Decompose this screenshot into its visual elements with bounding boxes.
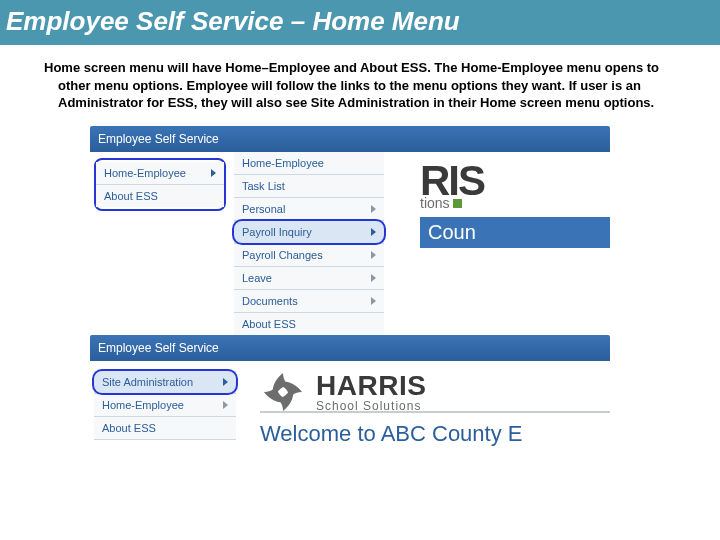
submenu-item-payroll-inquiry[interactable]: Payroll Inquiry <box>234 221 384 244</box>
submenu-item-label: Payroll Inquiry <box>242 226 312 238</box>
menu-item-label: Site Administration <box>102 376 193 388</box>
submenu-item-label: Personal <box>242 203 285 215</box>
expand-icon <box>371 274 376 282</box>
page-title: Employee Self Service – Home Menu <box>0 0 720 45</box>
expand-icon <box>223 401 228 409</box>
brand-square-icon <box>453 199 462 208</box>
menu-item-label: About ESS <box>104 190 158 202</box>
menu-item-site-administration[interactable]: Site Administration <box>94 371 236 394</box>
submenu-item-label: Task List <box>242 180 285 192</box>
home-submenu: Home-Employee Task List Personal Payroll… <box>234 152 384 336</box>
menu-item-about-ess[interactable]: About ESS <box>94 417 236 440</box>
submenu-item-payroll-changes[interactable]: Payroll Changes <box>234 244 384 267</box>
expand-icon <box>371 205 376 213</box>
admin-menu: Site Administration Home-Employee About … <box>90 361 240 450</box>
expand-icon <box>371 297 376 305</box>
brand-name: HARRIS <box>316 370 426 402</box>
submenu-item-label: Home-Employee <box>242 157 324 169</box>
brand-block: HARRIS School Solutions <box>260 361 426 415</box>
submenu-item-documents[interactable]: Documents <box>234 290 384 313</box>
welcome-text: Welcome to ABC County E <box>260 421 620 447</box>
screenshot-admin: Employee Self Service Site Administratio… <box>90 335 610 485</box>
brand-fragment-mid: tions <box>420 195 610 211</box>
screenshots-container: Employee Self Service Home-Employee Abou… <box>0 122 720 485</box>
submenu-item-label: Documents <box>242 295 298 307</box>
expand-icon <box>211 169 216 177</box>
app-banner: Employee Self Service <box>90 126 610 152</box>
submenu-item-label: Payroll Changes <box>242 249 323 261</box>
page-description: Home screen menu will have Home–Employee… <box>14 45 720 122</box>
brand-fragment-bottom: Coun <box>420 217 610 248</box>
submenu-item-leave[interactable]: Leave <box>234 267 384 290</box>
submenu-item-home-employee[interactable]: Home-Employee <box>234 152 384 175</box>
submenu-item-label: Leave <box>242 272 272 284</box>
expand-icon <box>371 251 376 259</box>
app-banner: Employee Self Service <box>90 335 610 361</box>
divider <box>260 411 610 413</box>
expand-icon <box>223 378 228 386</box>
submenu-item-about-ess[interactable]: About ESS <box>234 313 384 336</box>
harris-logo-icon <box>260 369 306 415</box>
brand-fragment-top: RIS <box>420 158 610 200</box>
menu-item-label: Home-Employee <box>104 167 186 179</box>
menu-item-home-employee[interactable]: Home-Employee <box>94 394 236 417</box>
submenu-item-label: About ESS <box>242 318 296 330</box>
expand-icon <box>371 228 376 236</box>
submenu-item-task-list[interactable]: Task List <box>234 175 384 198</box>
submenu-item-personal[interactable]: Personal <box>234 198 384 221</box>
menu-item-home-employee[interactable]: Home-Employee <box>96 162 224 185</box>
screenshot-home-employee: Employee Self Service Home-Employee Abou… <box>90 126 610 321</box>
home-menu-left: Home-Employee About ESS <box>90 152 230 217</box>
menu-item-about-ess[interactable]: About ESS <box>96 185 224 207</box>
menu-item-label: About ESS <box>102 422 156 434</box>
menu-item-label: Home-Employee <box>102 399 184 411</box>
home-menu-highlight: Home-Employee About ESS <box>94 158 226 211</box>
brand-fragment: RIS tions Coun <box>420 158 610 253</box>
